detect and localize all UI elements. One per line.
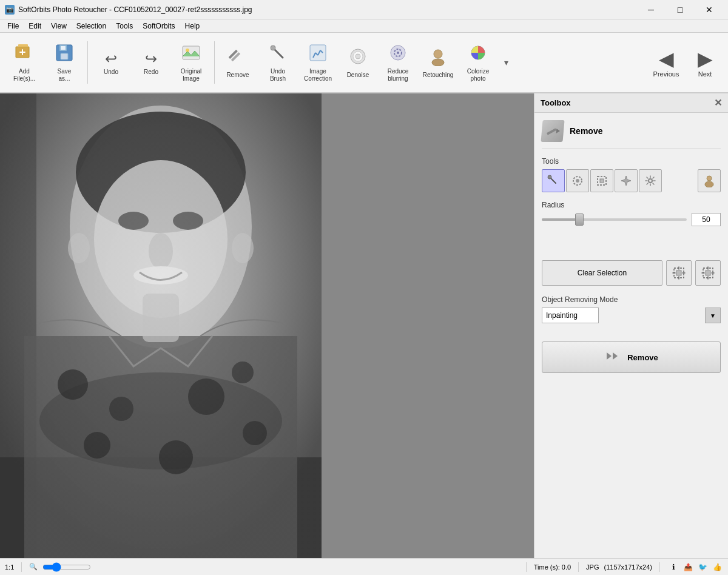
clear-selection-button[interactable]: Clear Selection [542, 260, 662, 286]
spacer [542, 236, 721, 260]
menu-softorbits[interactable]: SoftOrbits [138, 21, 180, 32]
menu-edit[interactable]: Edit [24, 21, 46, 32]
selection-buttons-row: Clear Selection [542, 260, 721, 286]
remove-action-icon [604, 348, 621, 368]
toolbar-add-files[interactable]: AddFile(s)... [5, 36, 44, 89]
remove-action-button[interactable]: Remove [542, 341, 721, 373]
reduce-blurring-icon [388, 43, 408, 67]
svg-point-25 [434, 50, 442, 58]
zoom-control: 1:1 [5, 563, 14, 571]
toolbar-previous[interactable]: ◀ Previous [648, 36, 684, 89]
toolbar-sep-1 [87, 41, 88, 84]
svg-rect-6 [61, 53, 68, 59]
toolbar-colorize-photo[interactable]: Colorizephoto [459, 36, 497, 89]
radius-slider-fill [542, 218, 578, 221]
remove-header: Remove [542, 120, 721, 149]
retouching-icon [428, 47, 448, 70]
svg-rect-14 [310, 45, 326, 61]
toolbox-close-button[interactable]: ✕ [714, 97, 722, 109]
tool-settings-button[interactable] [639, 169, 662, 192]
menu-file[interactable]: File [2, 21, 24, 32]
toolbar-more[interactable]: ▾ [499, 36, 513, 89]
save-icon [55, 43, 74, 67]
toolbar-undo-brush[interactable]: UndoBrush [258, 36, 297, 89]
select-expand-button[interactable] [666, 260, 692, 286]
svg-point-56 [576, 179, 579, 183]
toolbar-original-image[interactable]: OriginalImage [172, 36, 211, 89]
menu-tools[interactable]: Tools [111, 21, 138, 32]
radius-label: Radius [542, 201, 721, 209]
photo-image [0, 93, 322, 558]
image-correction-icon [308, 43, 328, 67]
toolbar-remove[interactable]: Remove [218, 36, 257, 89]
toolbar-next[interactable]: ▶ Next [687, 36, 723, 89]
toolbox-panel: Toolbox ✕ Remove Tools [534, 93, 728, 558]
menubar: File Edit View Selection Tools SoftOrbit… [0, 19, 728, 33]
radius-slider-track[interactable] [542, 218, 687, 221]
toolbar-image-correction[interactable]: ImageCorrection [298, 36, 337, 89]
object-removing-mode-label: Object Removing Mode [542, 295, 721, 304]
add-files-icon [15, 43, 34, 67]
toolbox-header: Toolbox ✕ [534, 93, 728, 113]
statusbar-sep-3 [578, 562, 579, 572]
add-files-label: AddFile(s)... [13, 68, 35, 82]
statusbar-right: Time (s): 0.0 JPG (1157x1717x24) ℹ 📤 🐦 👍 [524, 561, 723, 573]
previous-label: Previous [653, 70, 679, 78]
toolbar-retouching[interactable]: Retouching [419, 36, 457, 89]
menu-selection[interactable]: Selection [72, 21, 111, 32]
menu-help[interactable]: Help [180, 21, 205, 32]
social2-icon-button[interactable]: 👍 [711, 561, 723, 573]
toolbar: AddFile(s)... Saveas... ↩ Undo ↪ Redo Or… [0, 33, 728, 93]
svg-rect-3 [22, 49, 23, 55]
toolbar-undo[interactable]: ↩ Undo [92, 36, 130, 89]
window-controls: ─ □ ✕ [637, 0, 723, 19]
more-icon: ▾ [504, 58, 508, 67]
toolbar-redo[interactable]: ↪ Redo [132, 36, 170, 89]
svg-rect-7 [61, 46, 66, 50]
close-button[interactable]: ✕ [695, 0, 723, 19]
denoise-label: Denoise [347, 72, 369, 78]
toolbox-content: Remove Tools [534, 113, 728, 558]
zoom-level: 1:1 [5, 563, 14, 571]
social-icon-button[interactable]: 🐦 [696, 561, 709, 573]
tool-magic-wand-button[interactable] [615, 169, 638, 192]
tool-brush-button[interactable] [542, 169, 565, 192]
undo-brush-icon [268, 43, 288, 67]
undo-icon: ↩ [105, 50, 117, 67]
share-icon-button[interactable]: 📤 [682, 561, 694, 573]
radius-value-input[interactable]: 50 [692, 213, 721, 226]
menu-view[interactable]: View [46, 21, 72, 32]
toolbar-denoise[interactable]: Denoise [339, 36, 377, 89]
svg-point-21 [356, 54, 360, 59]
mode-select-arrow-icon: ▼ [705, 308, 721, 323]
svg-point-61 [705, 181, 713, 187]
tool-rect-select-button[interactable] [590, 169, 613, 192]
mode-select-row: Inpainting Content-Aware Simple ▼ [542, 308, 721, 323]
svg-point-24 [397, 52, 399, 54]
tool-circle-select-button[interactable] [566, 169, 589, 192]
nav-section: ◀ Previous ▶ Next [648, 36, 723, 89]
redo-label: Redo [144, 69, 158, 75]
svg-rect-58 [600, 179, 604, 183]
tool-portrait-button[interactable] [698, 169, 721, 192]
image-correction-label: ImageCorrection [304, 68, 332, 82]
maximize-button[interactable]: □ [666, 0, 694, 19]
remove-title: Remove [570, 126, 602, 136]
select-contract-button[interactable] [695, 260, 721, 286]
statusbar-sep-4 [659, 562, 660, 572]
toolbar-save-as[interactable]: Saveas... [45, 36, 84, 89]
svg-rect-1 [18, 44, 28, 47]
remove-action-label: Remove [627, 353, 658, 362]
statusbar: 1:1 🔍 Time (s): 0.0 JPG (1157x1717x24) ℹ… [0, 558, 728, 575]
toolbar-reduce-blurring[interactable]: Reduceblurring [379, 36, 417, 89]
zoom-slider[interactable] [42, 562, 91, 572]
mode-select[interactable]: Inpainting Content-Aware Simple [542, 308, 599, 323]
time-label: Time (s): 0.0 [534, 563, 571, 571]
info-icon-button[interactable]: ℹ [667, 561, 679, 573]
window-title: SoftOrbits Photo Retoucher - CCF01052012… [18, 5, 637, 14]
canvas-area[interactable] [0, 93, 534, 558]
minimize-button[interactable]: ─ [637, 0, 665, 19]
svg-rect-51 [547, 128, 556, 135]
save-as-label: Saveas... [58, 68, 72, 82]
radius-slider-thumb[interactable] [575, 214, 584, 226]
